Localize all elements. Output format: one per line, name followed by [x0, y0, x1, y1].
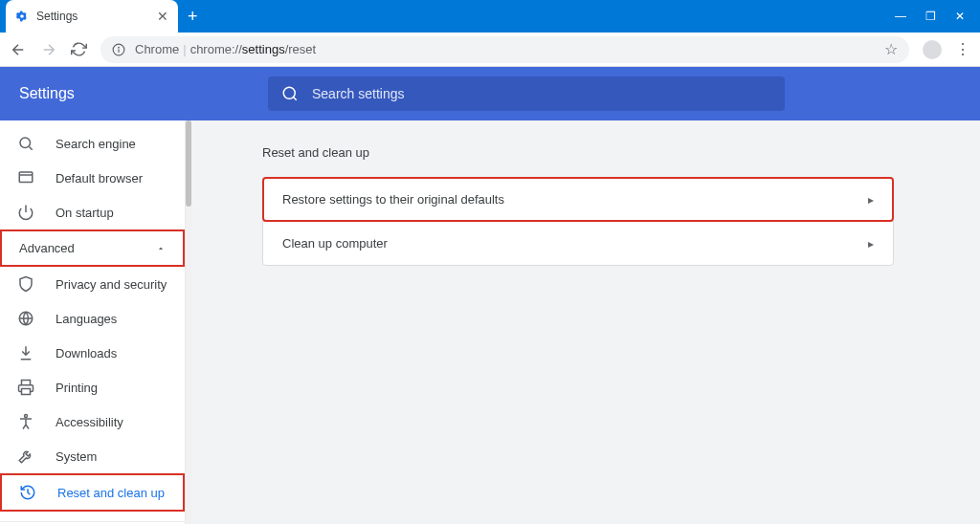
chevron-right-icon: ▸ [868, 237, 874, 251]
settings-search[interactable] [268, 76, 785, 111]
settings-header: Settings [0, 67, 980, 120]
settings-sidebar: Search engine Default browser On startup… [0, 120, 186, 524]
wrench-icon [17, 448, 34, 465]
profile-avatar[interactable] [923, 40, 942, 59]
kebab-menu-icon[interactable]: ⋮ [955, 40, 970, 58]
card-label: Clean up computer [282, 236, 388, 251]
info-icon [112, 43, 125, 56]
accessibility-icon [17, 413, 34, 430]
omnibox-prefix: Chrome [135, 42, 179, 56]
search-icon [281, 85, 299, 102]
main-content: Reset and clean up Restore settings to t… [191, 120, 980, 524]
address-bar[interactable]: Chrome | chrome://settings/reset ☆ [100, 36, 909, 63]
shield-icon [17, 275, 34, 293]
sidebar-item-reset[interactable]: Reset and clean up [0, 473, 185, 512]
sidebar-item-accessibility[interactable]: Accessibility [0, 404, 185, 439]
sidebar-item-downloads[interactable]: Downloads [0, 336, 185, 370]
svg-point-4 [20, 138, 31, 148]
new-tab-button[interactable]: + [188, 7, 198, 27]
browser-tab[interactable]: Settings ✕ [6, 0, 178, 33]
reload-button[interactable] [71, 41, 87, 57]
close-icon[interactable]: ✕ [955, 10, 965, 23]
globe-icon [17, 310, 34, 327]
window-controls: — ❐ ✕ [895, 10, 980, 23]
browser-icon [17, 169, 34, 186]
svg-rect-7 [22, 389, 31, 395]
sidebar-item-printing[interactable]: Printing [0, 370, 185, 404]
svg-rect-5 [19, 172, 33, 183]
page-title: Settings [19, 85, 249, 102]
sidebar-item-default-browser[interactable]: Default browser [0, 161, 185, 195]
bookmark-star-icon[interactable]: ☆ [884, 40, 898, 58]
window-titlebar: Settings ✕ + — ❐ ✕ [0, 0, 980, 33]
sidebar-advanced-header[interactable]: Advanced [0, 229, 185, 267]
card-clean-up[interactable]: Clean up computer ▸ [262, 221, 894, 266]
svg-point-3 [283, 87, 295, 98]
card-label: Restore settings to their original defau… [282, 192, 504, 207]
chevron-right-icon: ▸ [868, 193, 874, 207]
sidebar-item-label: Downloads [56, 346, 117, 360]
sidebar-item-label: Printing [56, 381, 98, 395]
tab-close-icon[interactable]: ✕ [157, 9, 168, 24]
sidebar-item-label: On startup [56, 206, 114, 220]
download-icon [17, 344, 34, 361]
restore-icon [19, 484, 36, 501]
tab-title: Settings [36, 10, 149, 23]
sidebar-item-system[interactable]: System [0, 439, 185, 473]
sidebar-item-label: Accessibility [56, 415, 123, 429]
sidebar-item-label: Languages [56, 312, 117, 326]
forward-button[interactable] [40, 41, 57, 58]
sidebar-item-label: Privacy and security [56, 277, 167, 292]
search-input[interactable] [312, 86, 771, 101]
card-restore-defaults[interactable]: Restore settings to their original defau… [262, 177, 894, 222]
chevron-up-icon [156, 244, 166, 253]
sidebar-item-languages[interactable]: Languages [0, 301, 185, 336]
sidebar-item-label: Reset and clean up [57, 486, 165, 500]
sidebar-item-privacy[interactable]: Privacy and security [0, 267, 185, 301]
svg-point-1 [118, 46, 120, 48]
sidebar-item-on-startup[interactable]: On startup [0, 195, 185, 229]
search-icon [17, 135, 34, 152]
svg-rect-2 [118, 49, 119, 53]
sidebar-item-label: Search engine [56, 137, 136, 151]
advanced-label: Advanced [19, 241, 75, 255]
minimize-icon[interactable]: — [895, 10, 906, 23]
power-icon [17, 204, 34, 221]
back-button[interactable] [10, 41, 27, 58]
gear-icon [15, 10, 29, 23]
print-icon [17, 379, 34, 396]
maximize-icon[interactable]: ❐ [925, 10, 936, 23]
sidebar-scrollbar[interactable] [186, 120, 191, 524]
sidebar-item-label: Default browser [56, 171, 143, 186]
sidebar-item-search-engine[interactable]: Search engine [0, 126, 185, 161]
browser-toolbar: Chrome | chrome://settings/reset ☆ ⋮ [0, 33, 980, 67]
svg-point-8 [25, 415, 28, 418]
sidebar-item-label: System [56, 449, 97, 464]
section-title: Reset and clean up [262, 145, 894, 160]
